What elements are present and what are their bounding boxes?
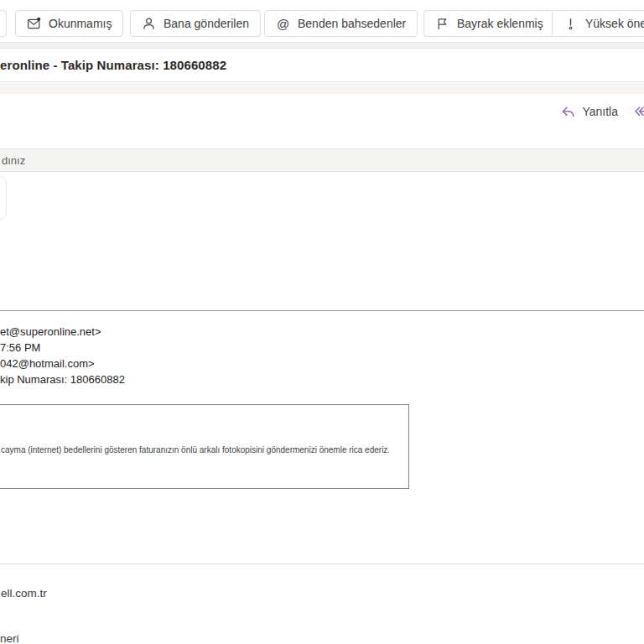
high-importance-icon <box>564 17 578 31</box>
message-body-text: cayma (internet) bedellerini gösteren fa… <box>1 445 390 454</box>
filter-unread-label: Okunmamış <box>49 17 112 30</box>
replied-notice-bar: dınız <box>0 148 644 172</box>
message-action-row: Yanıtla <box>560 99 644 124</box>
header-to: 042@hotmail.com> <box>0 357 95 370</box>
filter-flagged-button[interactable]: Bayrak eklenmiş <box>423 10 555 37</box>
filter-mentions-button[interactable]: @ Benden bahsedenler <box>264 10 418 37</box>
unread-envelope-icon <box>27 17 41 31</box>
filter-bar: Okunmamış Bana gönderilen @ Benden bahse… <box>0 0 644 42</box>
email-subject-title: eronline - Takip Numarası: 180660882 <box>0 58 226 72</box>
header-divider <box>0 310 644 311</box>
filter-flagged-label: Bayrak eklenmiş <box>457 17 543 30</box>
header-subject: kip Numarası: 180660882 <box>0 373 125 386</box>
filter-high-importance-label: Yüksek önemli <box>585 17 644 30</box>
header-from: et@superonline.net> <box>0 325 101 338</box>
message-body-box: cayma (internet) bedellerini gösteren fa… <box>0 404 409 489</box>
replied-notice-text: dınız <box>2 154 25 167</box>
flag-icon <box>435 17 449 31</box>
filter-mentions-label: Benden bahsedenler <box>298 17 406 30</box>
separator-band <box>0 42 644 49</box>
at-glyph: @ <box>277 18 289 30</box>
filter-high-importance-button[interactable]: Yüksek önemli <box>552 10 644 37</box>
filter-to-me-button[interactable]: Bana gönderilen <box>130 10 261 37</box>
mail-reading-pane: Okunmamış Bana gönderilen @ Benden bahse… <box>0 0 644 644</box>
signature-footer-text: neri <box>0 632 19 644</box>
filter-unread-button[interactable]: Okunmamış <box>15 10 123 37</box>
filter-to-me-label: Bana gönderilen <box>164 17 249 30</box>
signature-divider <box>0 564 644 564</box>
header-sent-time: 7:56 PM <box>0 341 40 354</box>
at-mention-icon: @ <box>276 17 290 31</box>
signature-domain-text: ell.com.tr <box>1 587 47 600</box>
reply-button[interactable]: Yanıtla <box>582 105 618 118</box>
partial-filter-button[interactable] <box>0 10 7 37</box>
reply-all-icon[interactable] <box>634 104 644 120</box>
subject-bar: eronline - Takip Numarası: 180660882 <box>0 49 644 82</box>
subject-sub-band <box>0 83 644 94</box>
reply-icon[interactable] <box>560 104 576 120</box>
partial-attachment-card[interactable] <box>0 176 7 220</box>
person-icon <box>142 17 156 31</box>
